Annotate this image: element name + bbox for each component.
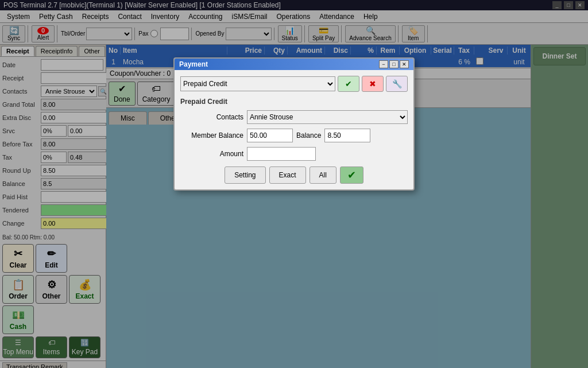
- modal-member-balance-input: [247, 129, 293, 142]
- modal-close-btn[interactable]: ✕: [400, 60, 409, 68]
- modal-balance-group: Balance: [296, 129, 370, 142]
- modal-all-btn[interactable]: All: [310, 166, 336, 184]
- payment-type-select[interactable]: Prepaid Credit: [180, 76, 335, 91]
- modal-ok-btn[interactable]: ✔: [338, 76, 359, 92]
- modal-section-title: Prepaid Credit: [180, 98, 408, 106]
- modal-title-bar: Payment − □ ✕: [175, 59, 413, 70]
- modal-settings-btn[interactable]: 🔧: [386, 76, 408, 92]
- modal-setting-btn[interactable]: Setting: [225, 166, 265, 184]
- modal-contacts-row: Contacts Annie Strouse: [180, 110, 408, 124]
- modal-overlay[interactable]: Payment − □ ✕ Prepaid Credit ✔ ✖ 🔧 Prepa…: [0, 0, 588, 368]
- modal-amount-input[interactable]: [247, 147, 316, 161]
- modal-cancel-btn[interactable]: ✖: [362, 76, 384, 92]
- modal-body: Prepaid Credit ✔ ✖ 🔧 Prepaid Credit Cont…: [175, 70, 413, 189]
- modal-balance-label: Balance: [296, 131, 321, 140]
- modal-controls[interactable]: − □ ✕: [379, 60, 409, 68]
- modal-amount-label: Amount: [180, 150, 243, 158]
- modal-member-balance-label: Member Balance: [180, 131, 243, 140]
- modal-title: Payment: [179, 60, 208, 68]
- modal-amount-row: Amount: [180, 147, 408, 161]
- modal-contacts-label: Contacts: [180, 113, 243, 121]
- modal-type-row: Prepaid Credit ✔ ✖ 🔧: [180, 76, 408, 92]
- modal-balance-input: [324, 129, 370, 142]
- modal-exact-btn[interactable]: Exact: [269, 166, 306, 184]
- modal-maximize-btn[interactable]: □: [389, 60, 399, 68]
- modal-confirm-btn[interactable]: ✔: [340, 166, 363, 184]
- payment-modal: Payment − □ ✕ Prepaid Credit ✔ ✖ 🔧 Prepa…: [173, 57, 415, 191]
- modal-member-balance-row: Member Balance Balance: [180, 129, 408, 142]
- modal-minimize-btn[interactable]: −: [379, 60, 388, 68]
- modal-contacts-select[interactable]: Annie Strouse: [247, 110, 408, 124]
- modal-buttons-row: Setting Exact All ✔: [180, 166, 408, 184]
